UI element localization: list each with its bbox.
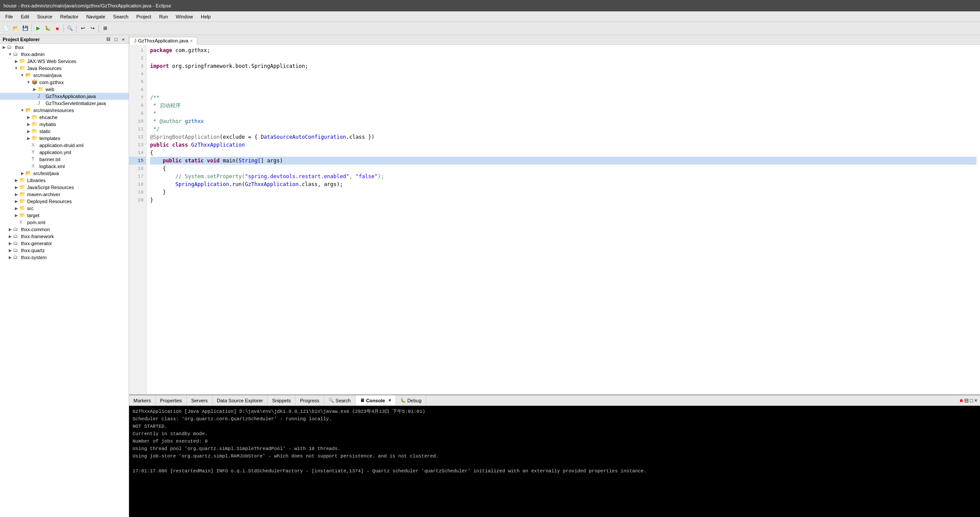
tree-arrow-libraries: ▶ — [13, 178, 19, 183]
tree-item-thxx-system[interactable]: ▶ 🗂 thxx-system — [0, 254, 129, 261]
tree-item-src-main-resources[interactable]: ▼ 📂 src/main/resources — [0, 107, 129, 114]
tab-close-btn[interactable]: × — [190, 39, 192, 43]
folder-icon-java-resources: 📁 — [19, 65, 26, 71]
tree-arrow-thxx-admin: ▼ — [7, 52, 13, 56]
tree-item-ehcache[interactable]: ▶ 📁 ehcache — [0, 114, 129, 121]
toolbar-open[interactable]: 📂 — [11, 24, 20, 33]
tab-servers[interactable]: Servers — [187, 395, 213, 405]
toolbar-sep1 — [32, 25, 32, 32]
tree-item-pom-xml[interactable]: X pom.xml — [0, 219, 129, 226]
tree-item-thxx-generator[interactable]: ▶ 🗂 thxx-generator — [0, 240, 129, 247]
tree-item-application-yml[interactable]: Y application.yml — [0, 149, 129, 156]
tree-item-thxx-common[interactable]: ▶ 🗂 thxx-common — [0, 226, 129, 233]
tab-debug[interactable]: 🐛 Debug — [396, 395, 426, 405]
menu-window[interactable]: Window — [172, 13, 196, 20]
tab-snippets[interactable]: Snippets — [268, 395, 296, 405]
pe-header: Project Explorer ⊟ □ × — [0, 35, 129, 44]
tree-item-deployed-resources[interactable]: ▶ 📁 Deployed Resources — [0, 198, 129, 205]
pe-maximize[interactable]: □ — [113, 37, 119, 42]
console-close[interactable]: × — [388, 398, 391, 403]
pe-minimize[interactable]: ⊟ — [105, 36, 112, 42]
console-content: GzThxxApplication [Java Application] D:\… — [129, 406, 980, 517]
code-line-1: package com.gzthxx; — [150, 46, 976, 54]
tree-item-target[interactable]: ▶ 📁 target — [0, 212, 129, 219]
tree-arrow-templates: ▶ — [25, 136, 32, 141]
toolbar-perspective[interactable]: ⊞ — [101, 24, 109, 33]
tree-item-application-druid-xml[interactable]: X application-druid.xml — [0, 142, 129, 149]
menu-help[interactable]: Help — [197, 13, 214, 20]
tree-item-logback-xml[interactable]: X logback.xml — [0, 163, 129, 170]
editor-tab-GzThxxApplication[interactable]: J GzThxxApplication.java × — [129, 37, 197, 45]
tree-label-javascript-resources: JavaScript Resources — [27, 185, 74, 190]
stop-console-btn[interactable]: ■ — [959, 397, 962, 404]
folder-icon-jaxws: 📁 — [19, 58, 26, 64]
menu-file[interactable]: File — [2, 13, 17, 20]
toolbar-run[interactable]: ▶ — [34, 24, 42, 33]
tree-item-libraries[interactable]: ▶ 📁 Libraries — [0, 177, 129, 184]
code-content[interactable]: package com.gzthxx; import org.springfra… — [147, 45, 980, 394]
toolbar-save[interactable]: 💾 — [21, 24, 30, 33]
tree-label-thxx: thxx — [15, 45, 24, 50]
code-line-14: { — [150, 149, 976, 157]
tab-markers[interactable]: Markers — [129, 395, 156, 405]
tree-label-banner: banner.txt — [39, 157, 60, 162]
tree-item-src[interactable]: ▶ 📁 src — [0, 205, 129, 212]
tree-item-thxx-framework[interactable]: ▶ 🗂 thxx-framework — [0, 233, 129, 240]
menu-search[interactable]: Search — [110, 13, 132, 20]
minimize-panel-btn[interactable]: ⊟ — [964, 397, 969, 404]
menu-refactor[interactable]: Refactor — [57, 13, 82, 20]
tree-label-thxx-quartz: thxx-quartz — [21, 248, 45, 253]
tab-datasource-explorer[interactable]: Data Source Explorer — [213, 395, 268, 405]
menu-navigate[interactable]: Navigate — [83, 13, 108, 20]
close-panel-btn[interactable]: × — [974, 397, 977, 404]
tree-item-mybatis[interactable]: ▶ 📁 mybatis — [0, 121, 129, 128]
tree-item-banner-txt[interactable]: T banner.txt — [0, 156, 129, 163]
tree-arrow-maven-archiver: ▶ — [13, 192, 19, 197]
console-line-7: Using job-store 'org.quartz.simpl.RAMJob… — [133, 453, 976, 460]
tree-item-static[interactable]: ▶ 📁 static — [0, 128, 129, 135]
menu-project[interactable]: Project — [133, 13, 154, 20]
tree-item-templates[interactable]: ▶ 📁 templates — [0, 135, 129, 142]
src-icon-main-java: 📂 — [25, 72, 32, 78]
menu-run[interactable]: Run — [156, 13, 172, 20]
tab-console[interactable]: 🖥 Console × — [356, 395, 396, 405]
tree-item-maven-archiver[interactable]: ▶ 📁 maven-archiver — [0, 191, 129, 198]
maximize-panel-btn[interactable]: □ — [970, 397, 973, 404]
tree-item-thxx-quartz[interactable]: ▶ 🗂 thxx-quartz — [0, 247, 129, 254]
line-num-2: 2 — [129, 54, 146, 62]
toolbar-redo[interactable]: ↪ — [88, 24, 97, 33]
tree-arrow-thxx-quartz: ▶ — [7, 248, 13, 253]
tree-item-src-main-java[interactable]: ▼ 📂 src/main/java — [0, 72, 129, 79]
menu-edit[interactable]: Edit — [18, 13, 33, 20]
tab-search[interactable]: 🔍 Search — [324, 395, 356, 405]
tree-item-thxx-admin[interactable]: ▼ 🗂 thxx-admin — [0, 51, 129, 58]
tree-item-jaxws[interactable]: ▶ 📁 JAX-WS Web Services — [0, 58, 129, 65]
pe-close[interactable]: × — [121, 37, 126, 42]
toolbar-undo[interactable]: ↩ — [78, 24, 87, 33]
tree-item-GzThxxApplication[interactable]: J GzThxxApplication.java — [0, 93, 129, 100]
tree-item-com-gzthxx[interactable]: ▼ 📦 com.gzthxx — [0, 79, 129, 86]
tab-properties[interactable]: Properties — [156, 395, 187, 405]
tree-item-java-resources[interactable]: ▼ 📁 Java Resources — [0, 65, 129, 72]
tree-arrow-web: ▶ — [32, 87, 38, 91]
tree-item-GzThxxServletInitializer[interactable]: J GzThxxServletInitializer.java — [0, 100, 129, 107]
tree-item-thxx[interactable]: ▶ 🗂 thxx — [0, 44, 129, 51]
tab-progress[interactable]: Progress — [296, 395, 324, 405]
tree-item-web[interactable]: ▶ 📁 web — [0, 86, 129, 93]
tree-label-src-main-java: src/main/java — [33, 73, 62, 78]
code-line-15: public static void main(String[] args) — [150, 157, 976, 165]
toolbar-stop[interactable]: ■ — [53, 24, 62, 33]
bottom-panel: Markers Properties Servers Data Source E… — [129, 394, 980, 517]
toolbar-new[interactable]: 📄 — [2, 24, 10, 33]
datasource-label: Data Source Explorer — [217, 398, 263, 403]
menu-source[interactable]: Source — [34, 13, 56, 20]
console-label: Console — [366, 398, 385, 403]
toolbar-search-btn[interactable]: 🔍 — [66, 24, 74, 33]
console-line-9: 17:01:17.086 [restartedMain] INFO o.q.i.… — [133, 468, 976, 475]
txt-icon-banner: T — [32, 156, 38, 162]
tree-item-javascript-resources[interactable]: ▶ 📁 JavaScript Resources — [0, 184, 129, 191]
toolbar-debug[interactable]: 🐛 — [43, 24, 52, 33]
line-num-8: 8 — [129, 102, 146, 109]
line-num-18: 18 — [129, 180, 146, 188]
tree-item-src-test-java[interactable]: ▶ 📂 src/test/java — [0, 170, 129, 177]
